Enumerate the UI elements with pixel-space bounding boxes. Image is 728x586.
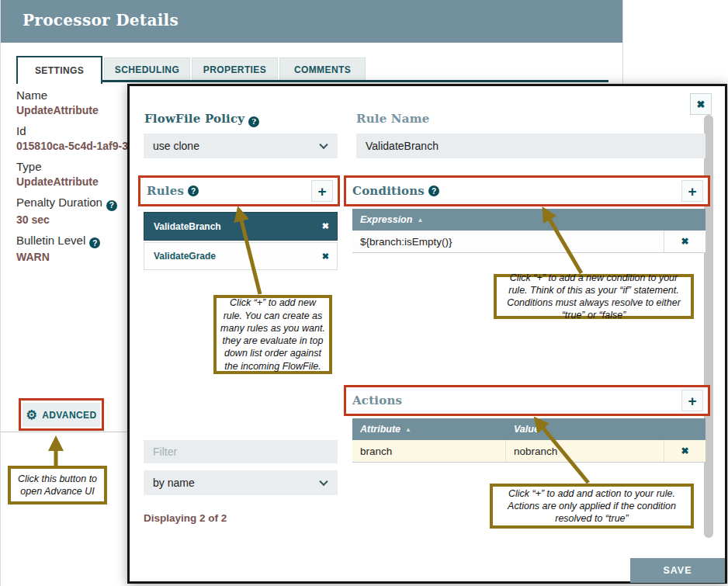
condition-expression: ${branch:isEmpty()} bbox=[352, 231, 664, 252]
close-icon: ✖ bbox=[697, 99, 705, 110]
advanced-ui-dialog: ✖ FlowFile Policy? use clone Rule Name V… bbox=[127, 84, 727, 584]
advanced-button-label: ADVANCED bbox=[42, 410, 96, 421]
rule-name-input[interactable]: ValidateBranch bbox=[356, 133, 705, 158]
displaying-count: Displaying 2 of 2 bbox=[144, 512, 227, 524]
add-action-button[interactable]: + bbox=[681, 390, 703, 411]
filter-input[interactable] bbox=[144, 440, 338, 463]
advanced-button[interactable]: ⚙ ADVANCED bbox=[23, 403, 100, 427]
tab-comments[interactable]: COMMENTS bbox=[279, 57, 366, 81]
actions-table: Attribute▲ Value branch nobranch ✖ bbox=[352, 418, 705, 463]
flowfile-policy-value: use clone bbox=[153, 140, 199, 152]
save-button[interactable]: SAVE bbox=[630, 558, 725, 583]
rules-section-header: Rules ? + bbox=[138, 175, 340, 206]
condition-row[interactable]: ${branch:isEmpty()} ✖ bbox=[352, 231, 705, 253]
remove-condition-icon[interactable]: ✖ bbox=[664, 231, 705, 252]
remove-rule-icon[interactable]: ✖ bbox=[322, 251, 329, 262]
rule-list-item[interactable]: ValidateGrade ✖ bbox=[144, 242, 338, 270]
sort-select[interactable]: by name bbox=[144, 470, 338, 495]
remove-rule-icon[interactable]: ✖ bbox=[322, 221, 329, 231]
page-title: Processor Details bbox=[23, 11, 179, 29]
dialog-header: Processor Details bbox=[1, 0, 622, 43]
actions-section-header: Actions + bbox=[344, 385, 710, 416]
sort-asc-icon: ▲ bbox=[405, 426, 411, 433]
actions-table-header: Attribute▲ Value bbox=[352, 418, 705, 440]
chevron-down-icon bbox=[319, 477, 328, 486]
add-rule-button[interactable]: + bbox=[311, 180, 333, 202]
column-value[interactable]: Value bbox=[506, 424, 539, 435]
flowfile-policy-heading: FlowFile Policy? bbox=[144, 112, 259, 127]
action-value: nobranch bbox=[506, 440, 664, 462]
conditions-table-header: Expression▲ bbox=[352, 209, 705, 231]
screenshot-canvas: Processor Details SETTINGS SCHEDULING PR… bbox=[0, 0, 728, 586]
annotation-advanced: Click this button to open Advance UI bbox=[8, 466, 107, 505]
help-icon[interactable]: ? bbox=[248, 116, 259, 127]
rule-list-item-selected[interactable]: ValidateBranch ✖ bbox=[144, 212, 338, 241]
rule-name-heading: Rule Name bbox=[356, 112, 429, 126]
conditions-section-header: Conditions ? + bbox=[344, 175, 710, 206]
actions-heading: Actions bbox=[352, 394, 402, 407]
help-icon[interactable]: ? bbox=[106, 200, 117, 211]
tab-underline bbox=[16, 80, 608, 82]
annotation-actions: Click “+” to add and action to your rule… bbox=[490, 484, 694, 529]
gear-icon: ⚙ bbox=[26, 409, 37, 421]
rule-name: ValidateBranch bbox=[154, 221, 221, 232]
help-icon[interactable]: ? bbox=[188, 186, 199, 196]
action-attribute: branch bbox=[352, 440, 506, 462]
conditions-heading: Conditions bbox=[352, 184, 425, 198]
remove-action-icon[interactable]: ✖ bbox=[664, 440, 705, 462]
rule-name: ValidateGrade bbox=[154, 251, 216, 262]
sort-value: by name bbox=[153, 477, 195, 489]
tab-scheduling[interactable]: SCHEDULING bbox=[104, 57, 190, 81]
close-button[interactable]: ✖ bbox=[690, 93, 712, 115]
help-icon[interactable]: ? bbox=[428, 186, 439, 196]
chevron-down-icon bbox=[319, 140, 328, 149]
flowfile-policy-select[interactable]: use clone bbox=[144, 133, 338, 158]
annotation-rules: Click “+” to add new rule. You can creat… bbox=[213, 295, 332, 374]
rules-heading: Rules bbox=[147, 184, 184, 198]
column-attribute[interactable]: Attribute▲ bbox=[352, 424, 506, 435]
tab-properties[interactable]: PROPERTIES bbox=[192, 57, 278, 81]
column-expression[interactable]: Expression▲ bbox=[352, 214, 423, 225]
rule-name-value: ValidateBranch bbox=[366, 140, 439, 152]
sort-asc-icon: ▲ bbox=[417, 217, 423, 224]
annotation-conditions: Click “+” to add a new condition to your… bbox=[494, 274, 694, 319]
tab-settings[interactable]: SETTINGS bbox=[16, 56, 102, 84]
action-row[interactable]: branch nobranch ✖ bbox=[352, 440, 705, 463]
help-icon[interactable]: ? bbox=[89, 238, 100, 248]
conditions-table: Expression▲ ${branch:isEmpty()} ✖ bbox=[352, 209, 705, 253]
add-condition-button[interactable]: + bbox=[681, 180, 703, 202]
